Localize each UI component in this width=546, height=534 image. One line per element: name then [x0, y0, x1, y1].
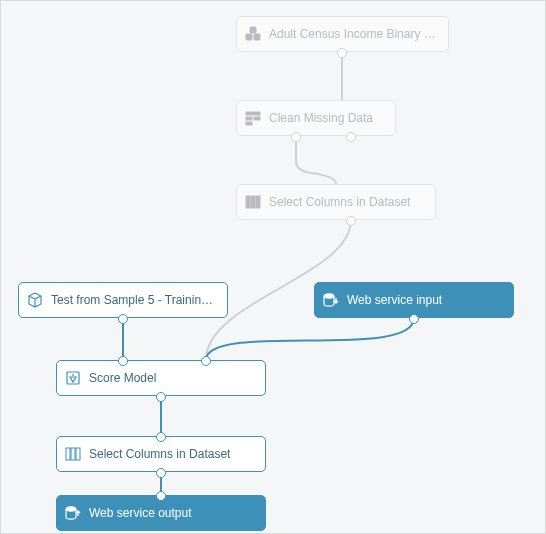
port-in[interactable] — [118, 356, 128, 366]
port-out[interactable] — [409, 314, 419, 324]
port-in[interactable] — [201, 356, 211, 366]
web-output-icon — [65, 505, 81, 521]
svg-rect-1 — [254, 34, 260, 40]
svg-rect-13 — [71, 448, 75, 460]
port-out[interactable] — [156, 392, 166, 402]
svg-rect-0 — [246, 34, 252, 40]
svg-rect-3 — [246, 112, 260, 115]
dataset-icon — [245, 26, 261, 42]
select-columns-icon — [65, 446, 81, 462]
node-trained-model[interactable]: Test from Sample 5 - Training... — [18, 282, 228, 318]
svg-rect-8 — [251, 196, 255, 208]
svg-rect-2 — [250, 27, 256, 33]
experiment-canvas[interactable]: Adult Census Income Binary C... Clean Mi… — [0, 0, 546, 534]
cube-icon — [27, 292, 43, 308]
port-out[interactable] — [118, 314, 128, 324]
node-label: Score Model — [89, 371, 156, 385]
svg-rect-5 — [254, 117, 260, 120]
node-label: Web service output — [89, 506, 192, 520]
port-out[interactable] — [291, 132, 301, 142]
node-dataset[interactable]: Adult Census Income Binary C... — [236, 16, 449, 52]
port-out[interactable] — [156, 468, 166, 478]
score-model-icon — [65, 370, 81, 386]
svg-rect-6 — [246, 122, 252, 125]
node-clean-missing-data[interactable]: Clean Missing Data — [236, 100, 396, 136]
node-score-model[interactable]: Score Model — [56, 360, 266, 396]
clean-data-icon — [245, 110, 261, 126]
svg-point-15 — [66, 507, 76, 511]
node-label: Select Columns in Dataset — [269, 195, 410, 209]
web-input-icon — [323, 292, 339, 308]
node-select-columns-1[interactable]: Select Columns in Dataset — [236, 184, 436, 220]
port-out[interactable] — [346, 132, 356, 142]
node-web-service-input[interactable]: Web service input — [314, 282, 514, 318]
svg-rect-7 — [246, 196, 250, 208]
node-label: Adult Census Income Binary C... — [269, 27, 436, 41]
select-columns-icon — [245, 194, 261, 210]
node-label: Clean Missing Data — [269, 111, 373, 125]
svg-rect-4 — [246, 117, 252, 120]
port-out[interactable] — [337, 48, 347, 58]
svg-point-10 — [324, 294, 334, 298]
node-label: Select Columns in Dataset — [89, 447, 230, 461]
svg-rect-14 — [76, 448, 80, 460]
svg-rect-12 — [66, 448, 70, 460]
port-out[interactable] — [346, 216, 356, 226]
port-in[interactable] — [156, 491, 166, 501]
node-label: Test from Sample 5 - Training... — [51, 293, 215, 307]
svg-rect-9 — [256, 196, 260, 208]
node-label: Web service input — [347, 293, 442, 307]
port-in[interactable] — [156, 432, 166, 442]
